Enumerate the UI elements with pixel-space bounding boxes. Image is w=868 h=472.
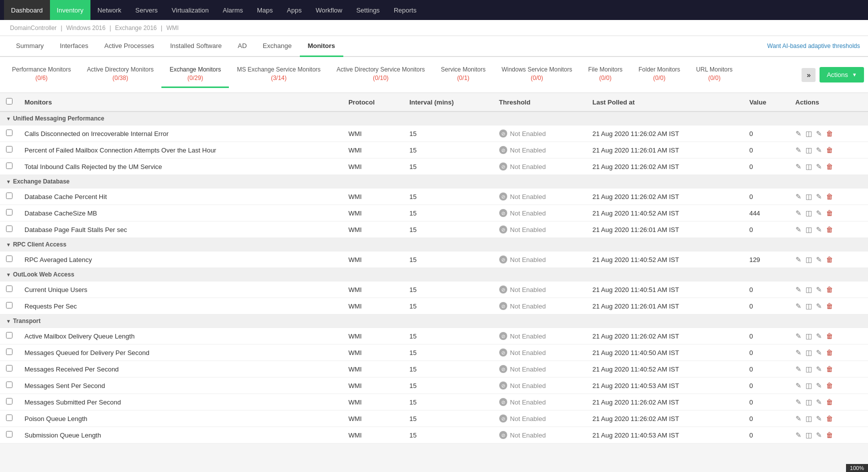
nav-apps[interactable]: Apps xyxy=(280,0,309,20)
delete-icon[interactable]: 🗑 xyxy=(826,302,833,310)
chart-icon[interactable]: ✎ xyxy=(796,226,802,234)
breadcrumb-part-2[interactable]: Windows 2016 xyxy=(66,24,106,32)
row-checkbox[interactable] xyxy=(6,348,12,355)
breadcrumb-part-3[interactable]: Exchange 2016 xyxy=(115,24,156,32)
chart-icon[interactable]: ✎ xyxy=(796,365,802,373)
row-checkbox[interactable] xyxy=(6,365,12,372)
row-checkbox[interactable] xyxy=(6,192,12,199)
breadcrumb-part-1[interactable]: DomainController xyxy=(10,24,56,32)
delete-icon[interactable]: 🗑 xyxy=(826,226,833,234)
monitor-tab-performance[interactable]: Performance Monitors (0/6) xyxy=(4,62,79,88)
monitor-tab-file[interactable]: File Monitors (0/0) xyxy=(580,62,631,88)
edit-icon[interactable]: ✎ xyxy=(816,192,822,200)
chart-icon[interactable]: ✎ xyxy=(796,431,802,439)
monitor-icon[interactable]: ◫ xyxy=(806,256,812,264)
delete-icon[interactable]: 🗑 xyxy=(826,414,833,422)
delete-icon[interactable]: 🗑 xyxy=(826,431,833,439)
monitor-icon[interactable]: ◫ xyxy=(806,332,812,340)
row-checkbox[interactable] xyxy=(6,226,12,232)
chart-icon[interactable]: ✎ xyxy=(796,348,802,356)
tab-installed-software[interactable]: Installed Software xyxy=(162,36,229,57)
nav-servers[interactable]: Servers xyxy=(128,0,165,20)
edit-icon[interactable]: ✎ xyxy=(816,302,822,310)
chart-icon[interactable]: ✎ xyxy=(796,130,802,138)
actions-button[interactable]: Actions ▼ xyxy=(820,67,864,82)
edit-icon[interactable]: ✎ xyxy=(816,146,822,154)
nav-network[interactable]: Network xyxy=(90,0,128,20)
breadcrumb-part-4[interactable]: WMI xyxy=(166,24,179,32)
delete-icon[interactable]: 🗑 xyxy=(826,209,833,217)
edit-icon[interactable]: ✎ xyxy=(816,365,822,373)
row-checkbox[interactable] xyxy=(6,414,12,421)
edit-icon[interactable]: ✎ xyxy=(816,382,822,390)
chart-icon[interactable]: ✎ xyxy=(796,302,802,310)
edit-icon[interactable]: ✎ xyxy=(816,414,822,422)
chart-icon[interactable]: ✎ xyxy=(796,146,802,154)
nav-reports[interactable]: Reports xyxy=(387,0,424,20)
chart-icon[interactable]: ✎ xyxy=(796,209,802,217)
delete-icon[interactable]: 🗑 xyxy=(826,365,833,373)
monitor-icon[interactable]: ◫ xyxy=(806,302,812,310)
tab-interfaces[interactable]: Interfaces xyxy=(52,36,96,57)
delete-icon[interactable]: 🗑 xyxy=(826,332,833,340)
monitor-icon[interactable]: ◫ xyxy=(806,382,812,390)
nav-settings[interactable]: Settings xyxy=(349,0,387,20)
monitor-icon[interactable]: ◫ xyxy=(806,398,812,406)
row-checkbox[interactable] xyxy=(6,146,12,152)
nav-alarms[interactable]: Alarms xyxy=(216,0,250,20)
nav-dashboard[interactable]: Dashboard xyxy=(4,0,50,20)
delete-icon[interactable]: 🗑 xyxy=(826,192,833,200)
row-checkbox[interactable] xyxy=(6,382,12,388)
monitor-tab-active-directory[interactable]: Active Directory Monitors (0/38) xyxy=(79,62,161,88)
delete-icon[interactable]: 🗑 xyxy=(826,382,833,390)
monitor-tab-folder[interactable]: Folder Monitors (0/0) xyxy=(631,62,688,88)
nav-maps[interactable]: Maps xyxy=(250,0,280,20)
edit-icon[interactable]: ✎ xyxy=(816,286,822,294)
delete-icon[interactable]: 🗑 xyxy=(826,130,833,138)
row-checkbox[interactable] xyxy=(6,398,12,404)
chart-icon[interactable]: ✎ xyxy=(796,256,802,264)
edit-icon[interactable]: ✎ xyxy=(816,226,822,234)
edit-icon[interactable]: ✎ xyxy=(816,209,822,217)
tab-exchange[interactable]: Exchange xyxy=(255,36,300,57)
chart-icon[interactable]: ✎ xyxy=(796,162,802,170)
row-checkbox[interactable] xyxy=(6,162,12,169)
monitor-tab-windows-service[interactable]: Windows Service Monitors (0/0) xyxy=(494,62,580,88)
delete-icon[interactable]: 🗑 xyxy=(826,162,833,170)
monitor-tab-exchange[interactable]: Exchange Monitors (0/29) xyxy=(161,62,229,88)
monitor-tab-ad-service[interactable]: Active Directory Service Monitors (0/10) xyxy=(329,62,433,88)
row-checkbox[interactable] xyxy=(6,209,12,216)
edit-icon[interactable]: ✎ xyxy=(816,398,822,406)
row-checkbox[interactable] xyxy=(6,332,12,338)
edit-icon[interactable]: ✎ xyxy=(816,162,822,170)
monitor-tabs-chevron[interactable]: » xyxy=(802,68,816,82)
row-checkbox[interactable] xyxy=(6,286,12,292)
edit-icon[interactable]: ✎ xyxy=(816,348,822,356)
tab-active-processes[interactable]: Active Processes xyxy=(96,36,162,57)
monitor-icon[interactable]: ◫ xyxy=(806,162,812,170)
monitor-icon[interactable]: ◫ xyxy=(806,146,812,154)
monitor-icon[interactable]: ◫ xyxy=(806,365,812,373)
row-checkbox[interactable] xyxy=(6,302,12,308)
monitor-icon[interactable]: ◫ xyxy=(806,414,812,422)
chart-icon[interactable]: ✎ xyxy=(796,398,802,406)
chart-icon[interactable]: ✎ xyxy=(796,414,802,422)
ai-adaptive-link[interactable]: Want AI-based adaptive thresholds xyxy=(767,36,860,56)
delete-icon[interactable]: 🗑 xyxy=(826,398,833,406)
monitor-tab-ms-exchange-service[interactable]: MS Exchange Service Monitors (3/14) xyxy=(229,62,328,88)
nav-virtualization[interactable]: Virtualization xyxy=(165,0,216,20)
chart-icon[interactable]: ✎ xyxy=(796,382,802,390)
monitor-tab-url[interactable]: URL Monitors (0/0) xyxy=(688,62,741,88)
delete-icon[interactable]: 🗑 xyxy=(826,146,833,154)
monitor-icon[interactable]: ◫ xyxy=(806,431,812,439)
row-checkbox[interactable] xyxy=(6,130,12,136)
monitor-tab-service[interactable]: Service Monitors (0/1) xyxy=(433,62,493,88)
chart-icon[interactable]: ✎ xyxy=(796,192,802,200)
monitor-icon[interactable]: ◫ xyxy=(806,348,812,356)
delete-icon[interactable]: 🗑 xyxy=(826,286,833,294)
tab-ad[interactable]: AD xyxy=(230,36,255,57)
edit-icon[interactable]: ✎ xyxy=(816,431,822,439)
tab-monitors[interactable]: Monitors xyxy=(300,36,343,57)
chart-icon[interactable]: ✎ xyxy=(796,286,802,294)
monitor-icon[interactable]: ◫ xyxy=(806,209,812,217)
